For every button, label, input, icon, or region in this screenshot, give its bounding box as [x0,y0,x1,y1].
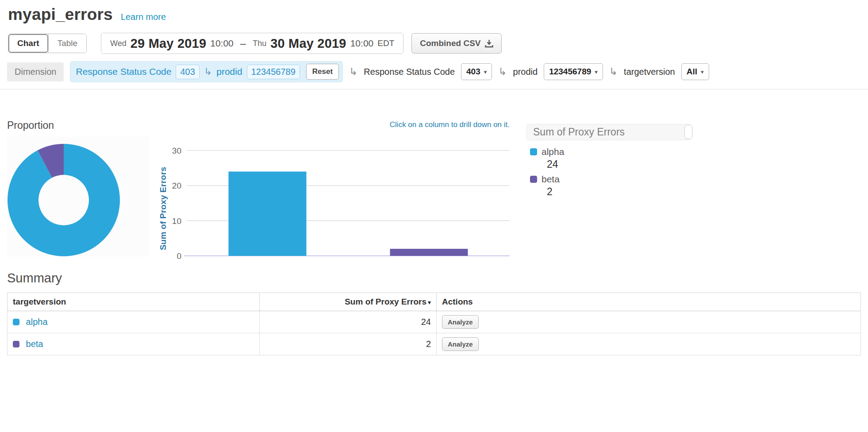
col-header-actions: Actions [437,293,861,311]
dropdown-value: All [687,67,697,77]
download-icon [485,39,493,48]
row-swatch [13,341,19,347]
bar-chart: 0102030 [165,140,514,273]
dimension-label: Dimension [7,62,64,81]
legend-item: beta 2 [530,174,691,198]
y-tick-label: 30 [172,146,181,155]
cell-value: 2 [260,333,437,355]
summary-table: targetversion Sum of Proxy Errors▾ Actio… [7,293,861,355]
summary-section: Summary targetversion Sum of Proxy Error… [7,271,861,355]
col-header-label: Sum of Proxy Errors [345,297,426,306]
targetversion-dropdown[interactable]: All ▾ [681,63,709,80]
prodid-dropdown[interactable]: 123456789 ▾ [544,63,603,80]
learn-more-link[interactable]: Learn more [121,12,166,22]
toolbar: Chart Table Wed 29 May 2019 10:00 – Thu … [0,33,868,54]
reset-button[interactable]: Reset [306,64,339,80]
combined-csv-button[interactable]: Combined CSV [411,33,502,54]
cell-actions: Analyze [437,311,861,333]
crumb-value-chip[interactable]: 403 [176,65,199,79]
sort-caret-icon: ▾ [428,299,431,306]
branch-arrow-icon: ↳ [498,66,507,78]
end-date: 30 May 2019 [270,36,346,51]
summary-title: Summary [7,271,861,285]
branch-arrow-icon: ↳ [204,66,212,77]
cell-actions: Analyze [437,333,861,355]
col-header-sum-proxy-errors[interactable]: Sum of Proxy Errors▾ [260,293,437,311]
cell-value: 24 [260,311,437,333]
dropdown-value: 123456789 [549,67,591,77]
row-swatch [13,319,19,325]
proportion-donut [7,143,120,257]
table-row: beta 2 Analyze [8,333,861,355]
branch-arrow-icon: ↳ [609,66,618,78]
response-status-code-dropdown[interactable]: 403 ▾ [461,63,492,80]
tab-chart[interactable]: Chart [8,34,48,53]
selector-label: Response Status Code [364,67,455,77]
end-time: 10:00 [350,38,374,49]
tab-table[interactable]: Table [48,34,86,53]
dropdown-value: 403 [466,67,480,77]
timezone: EDT [377,39,394,48]
legend-items: alpha 24 beta 2 [526,147,691,198]
legend-title: Sum of Proxy Errors [526,124,691,140]
crumb-name: prodid [216,66,242,77]
filter-bar: Dimension Response Status Code 403 ↳ pro… [0,61,868,82]
legend-item: alpha 24 [530,147,691,170]
date-range-picker[interactable]: Wed 29 May 2019 10:00 – Thu 30 May 2019 … [101,33,403,54]
drilldown-hint: Click on a column to drill down on it. [389,120,510,129]
start-date: 29 May 2019 [131,36,207,51]
selector-label: targetversion [624,67,675,77]
selector-label: prodid [513,67,538,77]
start-time: 10:00 [210,38,234,49]
drilldown-breadcrumb: Response Status Code 403 ↳ prodid 123456… [70,61,343,82]
y-tick-label: 20 [172,181,181,190]
date-separator: – [238,37,249,50]
legend-swatch-alpha [530,148,537,155]
y-tick-label: 10 [172,216,181,226]
proportion-chart-title: Proportion [7,120,54,131]
cell-targetversion: alpha [8,311,260,333]
view-toggle: Chart Table [8,34,87,53]
table-header-row: targetversion Sum of Proxy Errors▾ Actio… [8,293,861,311]
chevron-down-icon: ▾ [701,69,704,75]
analyze-button[interactable]: Analyze [442,337,479,351]
row-link-alpha[interactable]: alpha [26,317,48,327]
page-title: myapi_errors [8,5,113,24]
chevron-down-icon: ▾ [595,69,598,75]
chevron-down-icon: ▾ [484,69,487,75]
legend-label: beta [542,174,560,185]
legend-swatch-beta [530,176,537,183]
legend-value: 24 [547,158,691,170]
csv-button-label: Combined CSV [420,39,480,48]
analyze-button[interactable]: Analyze [442,315,479,329]
charts-area: Proportion Sum of Proxy Errors 0102030 C… [0,89,868,266]
legend-title-text: Sum of Proxy Errors [533,126,625,138]
bar-beta[interactable] [390,249,468,256]
bar-alpha[interactable] [229,172,307,256]
branch-arrow-icon: ↳ [349,66,357,78]
table-row: alpha 24 Analyze [8,311,861,333]
end-day: Thu [253,39,266,48]
row-link-beta[interactable]: beta [26,339,43,349]
crumb-value-chip[interactable]: 123456789 [247,65,300,79]
start-day: Wed [110,39,127,48]
legend-panel: Sum of Proxy Errors alpha 24 beta 2 [526,124,691,201]
report-header: myapi_errors Learn more [0,0,868,24]
y-tick-label: 0 [177,251,181,261]
legend-expand-button[interactable] [684,125,692,139]
cell-targetversion: beta [8,333,260,355]
col-header-targetversion[interactable]: targetversion [8,293,260,311]
crumb-name: Response Status Code [76,66,171,77]
legend-label: alpha [542,147,564,157]
legend-value: 2 [547,186,691,198]
